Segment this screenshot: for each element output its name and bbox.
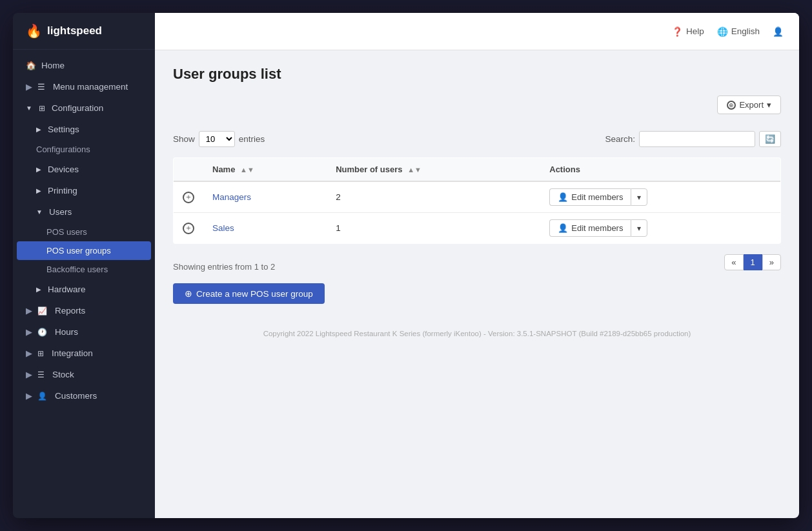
hours-caret-icon: ▶ [26,327,32,337]
export-circle-icon: ⊕ [727,101,736,110]
col-name[interactable]: Name ▲▼ [203,158,327,182]
sidebar: 🔥 lightspeed 🏠 Home ▶ ☰ Menu management … [13,13,155,518]
refresh-button[interactable]: 🔄 [759,131,781,147]
show-entries: Show 10 25 50 100 entries [173,131,265,147]
pagination-buttons: « 1 » [724,254,781,270]
action-dropdown-button[interactable]: ▾ [631,188,647,206]
export-caret-icon: ▾ [767,100,771,110]
search-input[interactable] [639,131,755,147]
user-button[interactable]: 👤 [773,26,784,37]
sidebar-item-label: POS user groups [46,246,111,255]
sidebar-item-printing[interactable]: ▶ Printing [13,180,155,201]
sidebar-item-menu-management[interactable]: ▶ ☰ Menu management [13,76,155,97]
sidebar-item-settings[interactable]: ▶ Settings [13,119,155,140]
sidebar-item-stock[interactable]: ▶ ☰ Stock [13,364,155,385]
edit-members-button[interactable]: 👤 Edit members [549,188,631,206]
users-count-cell: 2 [327,181,540,213]
sidebar-item-label: Integration [52,348,93,358]
home-icon: 🏠 [26,61,36,70]
sidebar-item-label: Settings [48,125,79,134]
entries-label: entries [239,134,265,144]
sidebar-item-pos-users[interactable]: POS users [13,223,155,241]
pagination-prev[interactable]: « [724,254,743,270]
expand-cell[interactable]: ＋ [174,213,204,244]
caret-right-icon: ▶ [36,286,41,293]
sidebar-item-label: Users [49,207,72,217]
sidebar-item-label: Customers [55,391,97,401]
search-area: Search: 🔄 [605,131,781,147]
sidebar-item-label: Configuration [52,103,103,113]
sidebar-item-label: Stock [52,370,74,379]
stock-caret-icon: ▶ [26,370,32,379]
col-number-of-users[interactable]: Number of users ▲▼ [327,158,540,182]
search-label: Search: [605,134,635,144]
menu-mgmt-icon: ☰ [37,82,45,92]
show-label: Show [173,134,195,144]
main-content: ❓ Help 🌐 English 👤 User groups list ⊕ [155,13,799,518]
name-cell: Sales [203,213,327,244]
sidebar-item-hours[interactable]: ▶ 🕐 Hours [13,321,155,343]
language-button[interactable]: 🌐 English [717,26,760,37]
name-cell: Managers [203,181,327,213]
expand-row-icon[interactable]: ＋ [183,223,194,234]
customers-icon: 👤 [37,392,47,401]
sidebar-item-configuration[interactable]: ▼ ⊞ Configuration [13,97,155,119]
sidebar-item-home[interactable]: 🏠 Home [13,55,155,76]
stock-icon: ☰ [37,370,45,379]
help-button[interactable]: ❓ Help [672,26,704,37]
sidebar-item-backoffice-users[interactable]: Backoffice users [13,260,155,279]
integration-icon: ⊞ [37,349,44,358]
group-name-link[interactable]: Managers [212,192,251,202]
help-label: Help [686,26,704,36]
entries-select[interactable]: 10 25 50 100 [199,131,235,147]
person-icon: 👤 [558,192,568,202]
col-actions: Actions [540,158,780,182]
logo-text: lightspeed [47,25,102,37]
pagination-next[interactable]: » [762,254,781,270]
language-icon: 🌐 [717,26,728,37]
sidebar-item-hardware[interactable]: ▶ Hardware [13,279,155,300]
caret-right-icon: ▶ [36,187,41,194]
logo-icon: 🔥 [26,23,42,39]
page-body: User groups list ⊕ Export ▾ Show 10 [155,50,799,518]
group-name-link[interactable]: Sales [212,223,234,233]
customers-caret-icon: ▶ [26,391,32,401]
sort-icon: ▲▼ [240,166,254,174]
sidebar-item-label: Hardware [48,285,86,294]
top-header: ❓ Help 🌐 English 👤 [155,13,799,50]
sidebar-item-users[interactable]: ▼ Users [13,201,155,223]
sidebar-item-label: Menu management [53,82,128,92]
sidebar-item-label: POS users [46,227,87,237]
chart-icon: 📈 [37,306,47,316]
col-expand [174,158,204,182]
showing-entries-text: Showing entries from 1 to 2 [173,262,275,272]
sidebar-item-label: Devices [48,165,79,174]
data-table: Name ▲▼ Number of users ▲▼ Actions [173,157,781,244]
pagination-page-1[interactable]: 1 [744,254,762,270]
menu-icon: ▶ [26,82,32,92]
sidebar-item-configurations[interactable]: Configurations [13,140,155,159]
expand-cell[interactable]: ＋ [174,181,204,213]
create-button-container: ⊕ Create a new POS user group [173,272,781,304]
sidebar-item-pos-user-groups[interactable]: POS user groups [17,241,151,260]
sidebar-item-devices[interactable]: ▶ Devices [13,159,155,180]
top-controls-row: ⊕ Export ▾ [173,95,781,125]
edit-members-button[interactable]: 👤 Edit members [549,219,631,237]
sidebar-item-label: Configurations [36,145,90,154]
create-plus-icon: ⊕ [185,288,192,299]
clock-icon: 🕐 [37,328,47,337]
sidebar-item-reports[interactable]: ▶ 📈 Reports [13,300,155,321]
reports-icon: ▶ [26,306,32,316]
table-row: ＋ Managers 2 👤 Edit members ▾ [174,181,781,213]
caret-right-icon: ▶ [36,166,41,173]
sidebar-item-integration[interactable]: ▶ ⊞ Integration [13,343,155,364]
create-pos-user-group-button[interactable]: ⊕ Create a new POS user group [173,283,325,304]
expand-row-icon[interactable]: ＋ [183,192,194,203]
export-button[interactable]: ⊕ Export ▾ [717,95,781,114]
action-dropdown-button[interactable]: ▾ [631,219,647,237]
logo[interactable]: 🔥 lightspeed [13,13,155,50]
integration-caret-icon: ▶ [26,348,32,358]
sort-icon-users: ▲▼ [407,166,421,174]
sidebar-item-label: Hours [55,327,78,337]
sidebar-item-customers[interactable]: ▶ 👤 Customers [13,385,155,406]
